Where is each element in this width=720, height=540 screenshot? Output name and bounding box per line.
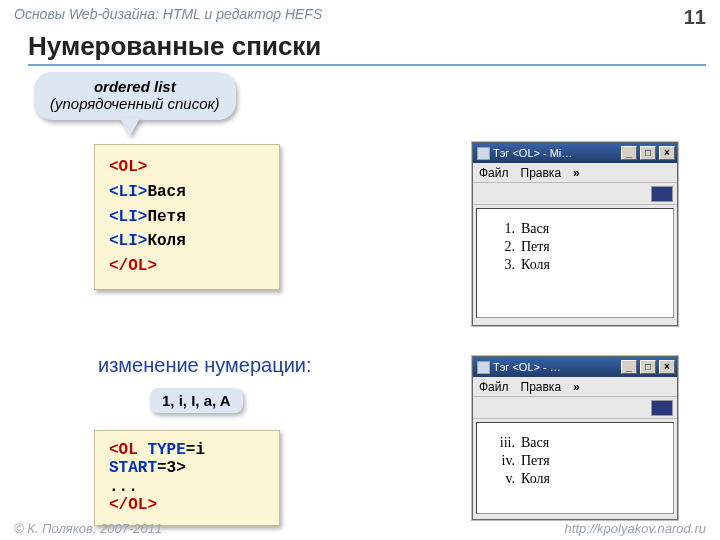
viewport: iii.Вася iv.Петя v.Коля — [476, 422, 674, 514]
list-item: v.Коля — [493, 471, 665, 487]
toolbar — [473, 397, 677, 419]
code-block-ol-basic: <OL> <LI>Вася <LI>Петя <LI>Коля </OL> — [94, 144, 280, 290]
menu-file[interactable]: Файл — [479, 166, 509, 180]
viewport: 1.Вася 2.Петя 3.Коля — [476, 208, 674, 318]
code-block-ol-typed: <OL TYPE=i START=3> ... </OL> — [94, 430, 280, 526]
minimize-button[interactable]: _ — [621, 360, 637, 374]
logo-icon — [651, 186, 673, 202]
list-item: 3.Коля — [493, 257, 665, 273]
callout-line1: ordered list — [50, 78, 220, 95]
titlebar: Тэг <OL> - Mi… _ □ × — [473, 143, 677, 163]
slide-title: Нумерованные списки — [28, 31, 706, 66]
close-button[interactable]: × — [659, 360, 675, 374]
page-number: 11 — [684, 6, 706, 29]
list-item: 1.Вася — [493, 221, 665, 237]
badge-type-values: 1, i, I, a, A — [150, 388, 243, 413]
minimize-button[interactable]: _ — [621, 146, 637, 160]
app-icon — [477, 361, 490, 374]
titlebar: Тэг <OL> - … _ □ × — [473, 357, 677, 377]
logo-icon — [651, 400, 673, 416]
menu-more-icon[interactable]: » — [573, 380, 580, 394]
maximize-button[interactable]: □ — [640, 146, 656, 160]
callout-line2: (упорядоченный список) — [50, 95, 220, 112]
course-header: Основы Web-дизайна: HTML и редактор HEFS — [14, 6, 684, 22]
menu-file[interactable]: Файл — [479, 380, 509, 394]
preview-window-roman: Тэг <OL> - … _ □ × Файл Правка » iii.Вас… — [472, 356, 678, 520]
app-icon — [477, 147, 490, 160]
section-label-numbering: изменение нумерации: — [98, 354, 312, 377]
toolbar — [473, 183, 677, 205]
list-item: iv.Петя — [493, 453, 665, 469]
menu-more-icon[interactable]: » — [573, 166, 580, 180]
close-button[interactable]: × — [659, 146, 675, 160]
maximize-button[interactable]: □ — [640, 360, 656, 374]
window-title: Тэг <OL> - Mi… — [493, 147, 618, 159]
menu-edit[interactable]: Правка — [521, 166, 562, 180]
preview-window-decimal: Тэг <OL> - Mi… _ □ × Файл Правка » 1.Вас… — [472, 142, 678, 326]
menu-edit[interactable]: Правка — [521, 380, 562, 394]
callout-ordered-list: ordered list (упорядоченный список) — [34, 72, 236, 120]
copyright: © К. Поляков, 2007-2011 — [14, 521, 565, 536]
slide-footer: © К. Поляков, 2007-2011 http://kpolyakov… — [14, 521, 706, 536]
list-item: iii.Вася — [493, 435, 665, 451]
menu-bar: Файл Правка » — [473, 377, 677, 397]
footer-url: http://kpolyakov.narod.ru — [565, 521, 706, 536]
callout-tail — [120, 118, 140, 136]
window-title: Тэг <OL> - … — [493, 361, 618, 373]
menu-bar: Файл Правка » — [473, 163, 677, 183]
list-item: 2.Петя — [493, 239, 665, 255]
